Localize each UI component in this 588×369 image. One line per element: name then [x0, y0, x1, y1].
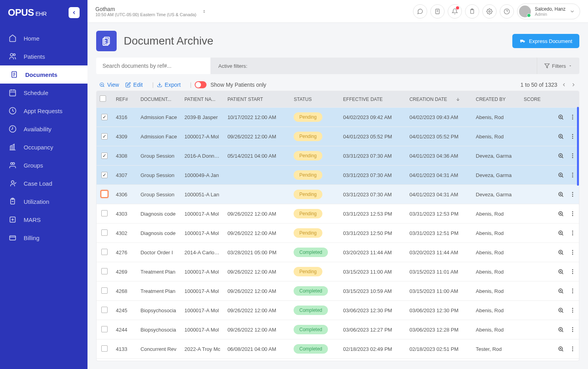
more-icon[interactable]: [569, 326, 576, 333]
svg-point-0: [10, 54, 13, 56]
row-checkbox[interactable]: [101, 210, 108, 216]
table-row[interactable]: 4133Concurrent Rev2022-A Troy Mc06/08/20…: [97, 339, 579, 359]
table-row[interactable]: 4268Treatment Plan1000017-A Mol09/26/202…: [97, 281, 579, 301]
bell-icon[interactable]: [448, 4, 462, 19]
table-row[interactable]: 4269Treatment Plan1000017-A Mol09/26/202…: [97, 262, 579, 281]
chat-icon[interactable]: [413, 4, 427, 19]
table-row[interactable]: 4307Group Session1000049-A JanPending03/…: [97, 166, 579, 185]
more-icon[interactable]: [569, 268, 576, 275]
sidebar-item-label: Billing: [24, 235, 39, 241]
more-icon[interactable]: [569, 153, 576, 159]
cell-start: 09/26/2022 12:00 AM: [224, 281, 290, 301]
col-patient[interactable]: PATIENT NA...: [181, 91, 224, 108]
table-row[interactable]: 4309Admission Face1000017-A Mol09/26/202…: [97, 127, 579, 146]
row-checkbox[interactable]: [101, 153, 108, 159]
sidebar-item-appt-requests[interactable]: Appt Requests: [0, 102, 87, 120]
sidebar-item-mars[interactable]: MARS: [0, 211, 87, 229]
help-icon[interactable]: [500, 4, 514, 19]
more-icon[interactable]: [569, 230, 576, 236]
zoom-icon[interactable]: [558, 191, 564, 198]
table-row[interactable]: 4302Diagnosis code1000017-A Mol09/26/202…: [97, 224, 579, 243]
zoom-icon[interactable]: [558, 268, 564, 275]
zoom-icon[interactable]: [558, 211, 564, 217]
row-checkbox[interactable]: [101, 307, 108, 313]
zoom-icon[interactable]: [558, 326, 564, 333]
sidebar-item-documents[interactable]: Documents: [0, 65, 87, 84]
more-icon[interactable]: [569, 133, 576, 140]
scrollbar[interactable]: [577, 107, 579, 186]
more-icon[interactable]: [569, 307, 576, 313]
row-checkbox[interactable]: [101, 326, 108, 332]
zoom-icon[interactable]: [558, 230, 564, 236]
col-status[interactable]: STATUS: [290, 91, 340, 108]
collapse-sidebar-button[interactable]: [69, 7, 80, 18]
table-row[interactable]: 4316Admission Face2039-B Jasper10/17/202…: [97, 108, 579, 127]
express-document-button[interactable]: Express Document: [512, 34, 579, 48]
more-icon[interactable]: [569, 172, 576, 178]
zoom-icon[interactable]: [558, 172, 564, 178]
search-input[interactable]: [96, 58, 210, 74]
sidebar-item-case-load[interactable]: Case Load: [0, 174, 87, 192]
more-icon[interactable]: [569, 191, 576, 198]
sidebar-item-occupancy[interactable]: Occupancy: [0, 138, 87, 156]
zoom-icon[interactable]: [558, 288, 564, 294]
patients-only-toggle[interactable]: [195, 81, 207, 88]
table-row[interactable]: 4245Biopsychosocia1000017-A Mol09/26/202…: [97, 301, 579, 320]
chevron-up-down-icon[interactable]: [202, 8, 207, 15]
zoom-icon[interactable]: [558, 133, 564, 140]
zoom-icon[interactable]: [558, 249, 564, 255]
more-icon[interactable]: [569, 288, 576, 294]
next-page-button[interactable]: [571, 82, 576, 88]
zoom-icon[interactable]: [558, 153, 564, 159]
clipboard-icon[interactable]: [465, 4, 479, 19]
table-row[interactable]: 4303Diagnosis code1000017-A Mol09/26/202…: [97, 204, 579, 224]
sidebar-item-groups[interactable]: Groups: [0, 156, 87, 174]
row-checkbox[interactable]: [101, 249, 108, 255]
sidebar-item-patients[interactable]: Patients: [0, 47, 87, 65]
row-checkbox[interactable]: [101, 287, 108, 294]
user-menu[interactable]: Salcedo, Hanz Admin: [517, 4, 580, 19]
zoom-icon[interactable]: [558, 114, 564, 120]
sidebar-item-billing[interactable]: Billing: [0, 229, 87, 247]
more-icon[interactable]: [569, 211, 576, 217]
table-row[interactable]: 4308Group Session2016-A Donna E05/14/202…: [97, 146, 579, 166]
row-checkbox[interactable]: [101, 229, 108, 236]
view-button[interactable]: View: [99, 82, 119, 88]
status-badge: Completed: [294, 325, 327, 334]
export-button[interactable]: Export: [157, 82, 180, 88]
row-checkbox[interactable]: [101, 133, 108, 140]
gear-icon[interactable]: [482, 4, 497, 19]
sidebar-item-home[interactable]: Home: [0, 29, 87, 47]
document-icon[interactable]: [430, 4, 445, 19]
row-checkbox[interactable]: [101, 268, 108, 274]
sidebar-item-availability[interactable]: Availability: [0, 120, 87, 138]
col-createdby[interactable]: CREATED BY: [473, 91, 521, 108]
row-checkbox[interactable]: [101, 172, 108, 178]
table-row[interactable]: 4306Group Session1000051-A LanPending03/…: [97, 185, 579, 204]
row-checkbox[interactable]: [101, 114, 108, 120]
col-effective[interactable]: EFFECTIVE DATE: [340, 91, 406, 108]
more-icon[interactable]: [569, 346, 576, 352]
select-all-checkbox[interactable]: [100, 95, 106, 102]
table-row[interactable]: 4276Doctor Order I2014-A Carlos F03/28/2…: [97, 243, 579, 262]
row-checkbox[interactable]: [100, 190, 108, 198]
more-icon[interactable]: [569, 114, 576, 120]
zoom-icon[interactable]: [558, 307, 564, 313]
sidebar-item-utilization[interactable]: Utilization: [0, 192, 87, 211]
prev-page-button[interactable]: [561, 82, 567, 88]
filters-button[interactable]: Filters: [537, 58, 579, 74]
location-selector[interactable]: Gotham 10:50 AM (UTC-05:00) Eastern Time…: [95, 6, 196, 17]
col-document[interactable]: DOCUMENT...: [137, 91, 181, 108]
cell-start: 03/28/2021 05:00 PM: [224, 243, 290, 262]
col-start[interactable]: PATIENT START: [224, 91, 290, 108]
col-ref[interactable]: REF#: [113, 91, 138, 108]
sidebar-item-schedule[interactable]: Schedule: [0, 84, 87, 102]
col-score[interactable]: SCORE: [521, 91, 547, 108]
row-checkbox[interactable]: [101, 345, 108, 352]
zoom-icon[interactable]: [558, 346, 564, 352]
table-row[interactable]: 4244Biopsychosocia1000017-A Mol09/26/202…: [97, 320, 579, 339]
col-creation[interactable]: CREATION DATE: [406, 91, 473, 108]
edit-button[interactable]: Edit: [125, 82, 143, 88]
svg-point-55: [572, 155, 573, 157]
more-icon[interactable]: [569, 249, 576, 255]
